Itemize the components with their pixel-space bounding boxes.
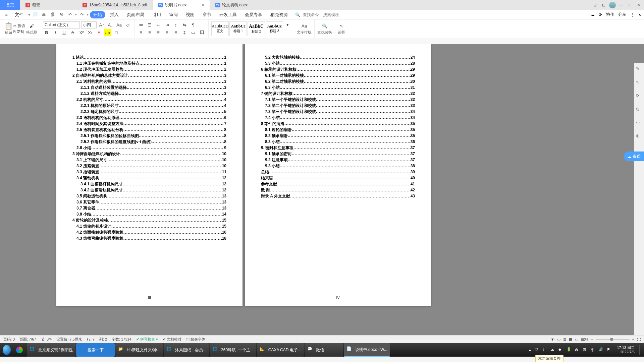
toc-entry[interactable]: 3.4.1 曲柄摇杆机构尺寸..........................…: [80, 181, 226, 187]
text-arrange-icon[interactable]: Aa: [301, 22, 308, 29]
sort-button[interactable]: ↕: [172, 22, 179, 28]
more-icon[interactable]: ⋮: [630, 12, 634, 17]
bold-button[interactable]: B: [43, 29, 50, 36]
toc-entry[interactable]: 3.2 压紧装置................................…: [76, 163, 226, 169]
toc-entry[interactable]: 5.2 大齿轮轴的校核.............................…: [265, 54, 415, 60]
change-case-icon[interactable]: Aa: [115, 22, 123, 28]
toc-entry[interactable]: 3.6 其它零件................................…: [76, 199, 226, 205]
tray-volume-icon[interactable]: 🔊: [599, 347, 604, 353]
align-left-button[interactable]: ≡: [137, 29, 145, 36]
justify-button[interactable]: ≡: [163, 29, 171, 36]
target-icon[interactable]: ◎: [636, 133, 642, 139]
toc-entry[interactable]: 2.1.2 送料方式的选择...........................…: [80, 90, 226, 97]
status-page-number[interactable]: 页码: 3: [3, 337, 15, 342]
tray-ime-icon[interactable]: ㊥: [591, 347, 596, 353]
toc-entry[interactable]: 4.3 齿根弯曲疲劳强度验算..........................…: [76, 235, 226, 241]
font-size-select[interactable]: 小四: [81, 21, 97, 28]
show-marks-button[interactable]: ¶: [190, 22, 197, 28]
clear-format-icon[interactable]: ◇: [124, 22, 131, 28]
file-menu[interactable]: 文件: [11, 11, 27, 18]
status-word-count[interactable]: 字数: 17314: [112, 337, 131, 342]
toc-entry[interactable]: 7 键的设计和校核...............................…: [261, 90, 415, 97]
format-painter-icon[interactable]: 🖌: [28, 22, 36, 29]
toc-entry[interactable]: 2.3 送料机构的运动原理...........................…: [76, 115, 226, 121]
horizontal-ruler[interactable]: [0, 38, 644, 44]
ribbon-tab-section[interactable]: 章节: [199, 11, 215, 18]
view-outline-icon[interactable]: ≣: [563, 337, 566, 342]
share-button[interactable]: 分享: [618, 12, 626, 17]
tray-up-icon[interactable]: ▲: [528, 348, 532, 352]
toc-entry[interactable]: 2.2.1 机构的原始尺寸...........................…: [80, 103, 226, 109]
toc-entry[interactable]: 2.5.1 作滑块和板料的位移曲线图......................…: [80, 133, 226, 139]
toc-entry[interactable]: 2.2.2 确定机构的尺寸...........................…: [80, 109, 226, 115]
italic-button[interactable]: I: [52, 29, 59, 36]
taskbar-item-caxa[interactable]: 📐CAXA CAD 电子...: [257, 343, 304, 357]
strike-button[interactable]: A: [69, 29, 76, 36]
view-web-icon[interactable]: ▦: [569, 337, 572, 342]
subscript-button[interactable]: X₂: [87, 29, 94, 36]
toc-entry[interactable]: 7.1 第一个平键的设计和校核.........................…: [265, 97, 415, 103]
ribbon-tab-layout[interactable]: 页面布局: [123, 11, 148, 18]
zoom-out-button[interactable]: −: [591, 338, 593, 342]
toc-entry[interactable]: 2.4 送料时间及其调整方法..........................…: [76, 121, 226, 127]
zoom-slider[interactable]: [596, 339, 630, 340]
taskbar-pinned-app[interactable]: [13, 343, 27, 357]
align-right-button[interactable]: ≡: [155, 29, 162, 36]
history-icon[interactable]: ⟳: [636, 93, 642, 99]
tray-graphics-icon[interactable]: ▧: [583, 347, 588, 353]
spell-check-button[interactable]: ✔ 拼写检查 ▾: [136, 337, 158, 342]
toc-entry[interactable]: 6.2 第二对轴承的校核............................…: [265, 78, 415, 84]
qat-new-icon[interactable]: 📄: [32, 11, 39, 18]
toc-entry[interactable]: 3.5 间歇运动机构..............................…: [76, 193, 226, 199]
toc-entry[interactable]: 结束语.....................................…: [261, 175, 415, 181]
toc-entry[interactable]: 3.7 离合器.................................…: [76, 205, 226, 211]
update-icon[interactable]: ⟳: [599, 12, 602, 17]
toc-entry[interactable]: 1.1 冲压在机械制造中的地位及特点......................…: [76, 60, 226, 66]
cloud-sync-icon[interactable]: ☁: [591, 12, 595, 17]
zoom-value[interactable]: 90%: [581, 338, 588, 342]
tray-security-icon[interactable]: 🛡: [534, 347, 540, 353]
tray-battery-icon[interactable]: 🔋: [567, 347, 572, 353]
maximize-button[interactable]: □: [627, 2, 633, 8]
toc-entry[interactable]: 3.4.2 曲柄滑块机构尺寸..........................…: [80, 187, 226, 193]
toc-entry[interactable]: 3.1 上下辊的尺寸..............................…: [76, 157, 226, 163]
toc-entry[interactable]: 7.3 第三个平键的设计和校核.........................…: [265, 109, 415, 115]
toc-entry[interactable]: 2.1.1 自动送料装置的选择.........................…: [80, 84, 226, 90]
toc-entry[interactable]: 6.1 第一对轴承的校核............................…: [265, 72, 415, 78]
paste-icon[interactable]: 📋: [5, 22, 12, 29]
toc-entry[interactable]: 2.5 送料装置机构运动分析..........................…: [76, 127, 226, 133]
taskbar-item-wechat[interactable]: 💬微信: [305, 343, 343, 357]
find-replace-icon[interactable]: 🔍: [321, 22, 328, 29]
ribbon-tab-start[interactable]: 开始: [90, 11, 105, 18]
style-h1[interactable]: AaBbCc标题 1: [229, 21, 247, 36]
toc-entry[interactable]: 附录 A 外文文献...............................…: [261, 193, 415, 199]
taskbar-clock[interactable]: 17:13 周二 2022/7/5: [615, 346, 637, 354]
toc-entry[interactable]: 4.1 齿轮的初步设计.............................…: [76, 223, 226, 229]
toc-entry[interactable]: 8 零件的润滑.................................…: [261, 121, 415, 127]
taskbar-item-wps[interactable]: 📄说明书.docx - W...: [344, 343, 390, 357]
pointer-icon[interactable]: ↖: [636, 80, 642, 86]
toc-entry[interactable]: 3.3 抬辊装置................................…: [76, 169, 226, 175]
copy-button[interactable]: ⎘ 复制: [13, 29, 25, 34]
taskbar-item-folder[interactable]: 📁H:\新建文件夹\冲...: [115, 343, 163, 357]
tray-network-icon[interactable]: 🖧: [575, 347, 580, 353]
new-tab-button[interactable]: +: [267, 2, 277, 8]
view-page-icon[interactable]: ▭: [557, 337, 560, 342]
toc-entry[interactable]: 1 绪论....................................…: [72, 54, 226, 60]
status-pages[interactable]: 页面: 7/67: [19, 337, 36, 342]
missing-font-button[interactable]: ⬚ 缺失字体: [186, 337, 205, 342]
indent-button[interactable]: ⇥: [163, 22, 171, 28]
toc-entry[interactable]: 9. 密封和注意事项..............................…: [261, 145, 415, 151]
tab-doc-active[interactable]: W说明书.docx×: [153, 0, 210, 10]
line-spacing-button[interactable]: ‡: [181, 29, 188, 36]
font-family-select[interactable]: Calibri (正文): [43, 21, 80, 28]
tray-flag-icon[interactable]: ⚑: [607, 347, 612, 353]
ribbon-tab-member[interactable]: 会员专享: [241, 11, 266, 18]
clock-icon[interactable]: ◷: [636, 107, 642, 113]
select-icon[interactable]: ↖: [338, 22, 345, 29]
taskbar-item-360[interactable]: 🌐360导航_一个主...: [210, 343, 256, 357]
align-center-button[interactable]: ≡: [146, 29, 153, 36]
tab-pdf[interactable]: P16ba9c2054d14...b5f21eb_8.pdf: [77, 0, 153, 10]
hamburger-icon[interactable]: ≡: [3, 11, 10, 18]
cut-button[interactable]: ✂ 剪切: [13, 23, 25, 28]
